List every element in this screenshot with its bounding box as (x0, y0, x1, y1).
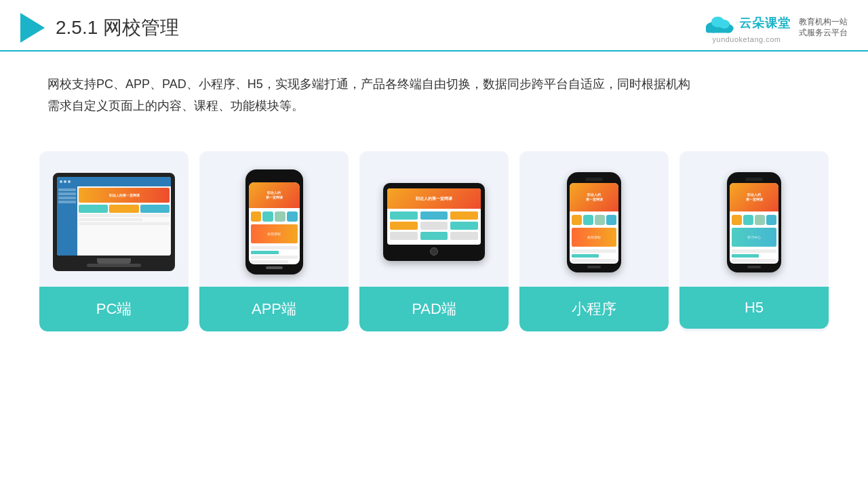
description-text: 网校支持PC、APP、PAD、小程序、H5，实现多端打通，产品各终端自由切换，数… (47, 73, 821, 117)
mini-screen-mp: 职达人的第一堂网课 推荐课程 (570, 183, 618, 264)
cloud-icon (703, 12, 735, 34)
page-title: 2.5.1 网校管理 (56, 15, 179, 41)
card-pc-image: 职达人的第一堂网课 (39, 151, 189, 287)
description: 网校支持PC、APP、PAD、小程序、H5，实现多端打通，产品各终端自由切换，数… (0, 52, 868, 131)
card-app: 职达人的第一堂网课 推荐课程 (199, 151, 349, 331)
card-pc: 职达人的第一堂网课 (39, 151, 189, 331)
phone-notch-app (264, 176, 283, 180)
svg-point-5 (719, 20, 730, 28)
tablet-home-btn (430, 247, 438, 256)
card-miniprogram-label: 小程序 (519, 287, 669, 331)
header-left: 2.5.1 网校管理 (20, 13, 179, 43)
phone-home-btn (266, 266, 283, 269)
card-h5: 职达人的第一堂网课 学习中心 (679, 151, 829, 331)
card-app-image: 职达人的第一堂网课 推荐课程 (199, 151, 349, 287)
card-pad: 职达人的第一堂网课 (359, 151, 509, 331)
pc-monitor: 职达人的第一堂网课 (53, 173, 175, 271)
mini-phone-h5: 职达人的第一堂网课 学习中心 (727, 172, 781, 272)
mini-phone-miniprogram: 职达人的第一堂网课 推荐课程 (567, 172, 621, 272)
card-pad-image: 职达人的第一堂网课 (359, 151, 509, 287)
mini-notch-mp (585, 178, 603, 181)
tablet-screen: 职达人的第一堂网课 (387, 188, 481, 245)
logo-block: 云朵课堂 yunduoketang.com (703, 12, 791, 43)
logo-url: yunduoketang.com (713, 35, 781, 43)
mini-notch-h5 (745, 178, 763, 181)
title-main: 网校管理 (103, 17, 179, 38)
card-app-label: APP端 (199, 287, 349, 331)
logo-cloud: 云朵课堂 (703, 12, 791, 34)
card-pc-label: PC端 (39, 287, 189, 331)
card-h5-label: H5 (679, 287, 829, 329)
svg-rect-3 (706, 27, 732, 33)
card-miniprogram-image: 职达人的第一堂网课 推荐课程 (519, 151, 669, 287)
play-icon (20, 13, 45, 43)
pc-stand (97, 258, 131, 264)
phone-screen-app: 职达人的第一堂网课 推荐课程 (249, 182, 300, 264)
logo-name: 云朵课堂 (739, 15, 791, 31)
header: 2.5.1 网校管理 云朵课堂 yunduoketang.com 教育机构一站 … (0, 0, 868, 52)
card-pad-label: PAD端 (359, 287, 509, 331)
card-h5-image: 职达人的第一堂网课 学习中心 (679, 151, 829, 287)
title-prefix: 2.5.1 (56, 17, 98, 38)
card-miniprogram: 职达人的第一堂网课 推荐课程 (519, 151, 669, 331)
phone-mock-app: 职达人的第一堂网课 推荐课程 (245, 169, 303, 274)
logo-tagline: 教育机构一站 式服务云平台 (799, 17, 848, 38)
pc-screen: 职达人的第一堂网课 (57, 177, 171, 256)
mini-screen-h5: 职达人的第一堂网课 学习中心 (730, 183, 778, 264)
logo-area: 云朵课堂 yunduoketang.com 教育机构一站 式服务云平台 (703, 12, 848, 43)
pc-base (87, 264, 141, 267)
tablet-mock: 职达人的第一堂网课 (383, 183, 485, 261)
cards-container: 职达人的第一堂网课 (0, 138, 868, 352)
